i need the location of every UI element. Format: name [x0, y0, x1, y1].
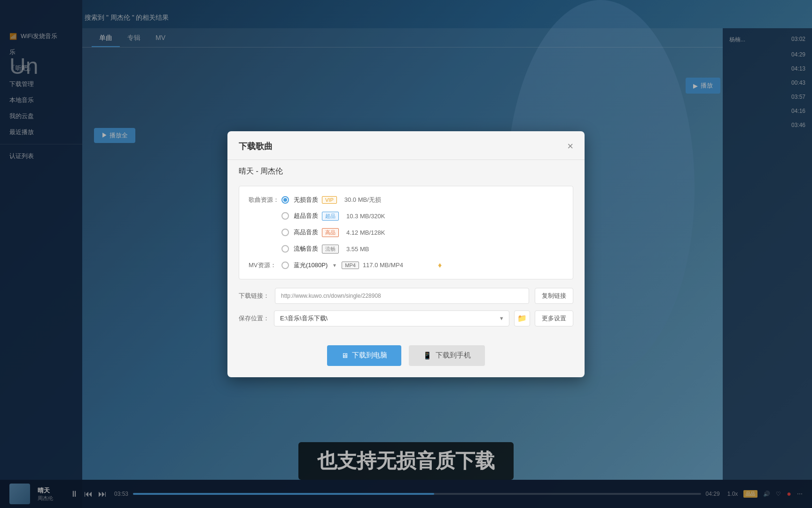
quality-option-lossless[interactable]: 歌曲资源： 无损音质 VIP 30.0 MB/无损 — [249, 192, 563, 208]
more-settings-button[interactable]: 更多设置 — [535, 310, 573, 326]
hq-name: 高品音质 — [294, 228, 318, 237]
radio-lossless[interactable] — [281, 196, 289, 204]
download-link-input[interactable] — [275, 288, 529, 304]
download-phone-label: 下载到手机 — [436, 351, 471, 360]
dialog-footer: 🖥 下载到电脑 📱 下载到手机 — [227, 336, 585, 377]
monitor-icon: 🖥 — [341, 351, 348, 359]
download-link-row: 下载链接： 复制链接 — [239, 288, 573, 304]
sq-size: 10.3 MB/320K — [346, 213, 422, 220]
phone-icon: 📱 — [423, 351, 432, 360]
hq-size: 4.12 MB/128K — [346, 229, 422, 236]
lq-size: 3.55 MB — [346, 246, 422, 253]
hq-badge: 高品 — [322, 228, 339, 237]
download-to-phone-button[interactable]: 📱 下载到手机 — [409, 345, 485, 366]
quality-option-sq[interactable]: 超品音质 超品 10.3 MB/320K — [249, 208, 563, 224]
quality-option-mv[interactable]: MV资源： 蓝光(1080P) ▾ MP4 117.0 MB/MP4 ♦ — [249, 257, 563, 273]
mv-label: 蓝光(1080P) — [294, 261, 328, 270]
quality-source-label: 歌曲资源： — [249, 196, 281, 204]
lq-name: 流畅音质 — [294, 245, 318, 253]
lossless-badge: VIP — [322, 196, 337, 204]
lq-badge: 流畅 — [322, 245, 339, 254]
mv-size: 117.0 MB/MP4 — [363, 262, 438, 269]
quality-table: 歌曲资源： 无损音质 VIP 30.0 MB/无损 超品音质 超品 10.3 M… — [239, 186, 573, 279]
chevron-mv: ▾ — [333, 262, 336, 269]
dialog-title: 下载歌曲 — [239, 141, 273, 152]
quality-option-lq[interactable]: 流畅音质 流畅 3.55 MB — [249, 241, 563, 257]
radio-hq[interactable] — [281, 229, 289, 236]
mv-vip-icon: ♦ — [438, 261, 442, 270]
lossless-size: 30.0 MB/无损 — [344, 196, 420, 204]
sq-name: 超品音质 — [294, 212, 318, 220]
mv-format-badge: MP4 — [342, 262, 359, 269]
folder-button[interactable]: 📁 — [514, 310, 530, 326]
dialog-close-button[interactable]: × — [567, 141, 573, 151]
radio-lq[interactable] — [281, 245, 289, 253]
save-path-row: 保存位置： E:\音乐\音乐下载\ ▾ 📁 更多设置 — [239, 310, 573, 326]
radio-sq[interactable] — [281, 212, 289, 220]
download-pc-label: 下载到电脑 — [352, 351, 387, 360]
download-link-label: 下载链接： — [239, 292, 269, 300]
save-path-select[interactable]: E:\音乐\音乐下载\ ▾ — [274, 310, 509, 326]
copy-link-button[interactable]: 复制链接 — [535, 288, 573, 304]
download-dialog: 下载歌曲 × 晴天 - 周杰伦 歌曲资源： 无损音质 VIP 30.0 MB/无… — [227, 131, 585, 377]
dialog-body: 歌曲资源： 无损音质 VIP 30.0 MB/无损 超品音质 超品 10.3 M… — [227, 181, 585, 336]
chevron-down-icon: ▾ — [500, 315, 503, 322]
dialog-song-title: 晴天 - 周杰伦 — [227, 160, 585, 181]
lossless-name: 无损音质 — [294, 196, 318, 204]
radio-mv[interactable] — [281, 262, 289, 269]
folder-icon: 📁 — [517, 314, 527, 323]
download-to-pc-button[interactable]: 🖥 下载到电脑 — [327, 345, 401, 366]
quality-option-hq[interactable]: 高品音质 高品 4.12 MB/128K — [249, 224, 563, 241]
save-path-label: 保存位置： — [239, 314, 269, 323]
mv-source-label: MV资源： — [249, 261, 281, 270]
save-path-value: E:\音乐\音乐下载\ — [280, 314, 328, 323]
modal-backdrop: 下载歌曲 × 晴天 - 周杰伦 歌曲资源： 无损音质 VIP 30.0 MB/无… — [0, 0, 812, 508]
dialog-header: 下载歌曲 × — [227, 131, 585, 160]
sq-badge: 超品 — [322, 212, 339, 221]
